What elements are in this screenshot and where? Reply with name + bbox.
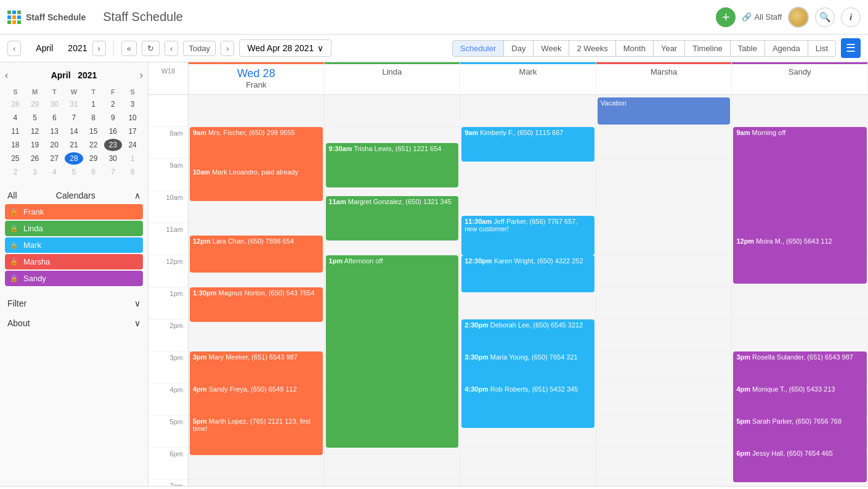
mini-cal-day[interactable]: 11 [6,125,25,138]
calendar-event[interactable]: 11am Margret Gonzalez, (650) 1321 345 [326,196,459,240]
mini-cal-day[interactable]: 16 [104,125,123,138]
refresh-button[interactable]: ↻ [142,41,160,56]
tab-table[interactable]: Table [731,41,765,56]
fast-prev-button[interactable]: « [121,41,137,56]
calendar-event[interactable]: 10am Mark Leoandro, paid already [190,166,323,201]
mini-cal-day[interactable]: 6 [45,112,63,124]
mini-cal-day[interactable]: 1 [123,152,142,165]
mini-cal-day[interactable]: 3 [123,98,142,110]
calendar-event[interactable]: 3pm Rosella Sulander, (651) 6543 987 [733,351,867,386]
tab-month[interactable]: Month [616,41,654,56]
calendar-item-linda[interactable]: 🔒 Linda [5,221,143,236]
mini-cal-next[interactable]: › [140,70,143,81]
tab-scheduler[interactable]: Scheduler [453,41,505,56]
calendar-event[interactable]: 4pm Monique T., (650) 5433 213 [733,384,867,418]
about-section-header[interactable]: About ∨ [0,312,148,332]
mini-cal-day[interactable]: 28 [65,152,83,165]
mini-cal-day[interactable]: 4 [45,166,63,178]
avatar[interactable] [788,7,809,28]
mini-cal-day[interactable]: 6 [84,166,103,178]
calendar-event[interactable]: 2:30pm Deborah Lee, (650) 6545 3212 [461,319,594,356]
mini-cal-day[interactable]: 12 [26,125,44,138]
calendar-item-mark[interactable]: 🔒 Mark [5,237,143,253]
mini-cal-day[interactable]: 3 [26,166,44,178]
tab-agenda[interactable]: Agenda [765,41,808,56]
hour-line [325,448,460,480]
mini-cal-day[interactable]: 15 [84,125,103,138]
mini-cal-day[interactable]: 5 [26,112,44,124]
calendar-item-frank[interactable]: 🔒 Frank [5,204,143,220]
mini-cal-day[interactable]: 28 [6,98,25,110]
fast-prev-week-button[interactable]: ‹ [164,41,178,56]
mini-cal-day[interactable]: 10 [123,112,142,124]
mini-cal-day[interactable]: 31 [65,98,83,110]
fast-next-week-button[interactable]: › [221,41,234,56]
tab-week[interactable]: Week [533,41,569,56]
calendar-event[interactable]: 3pm Mary Meeker, (651) 6543 987 [190,351,323,386]
mini-cal-day[interactable]: 17 [123,125,142,138]
mini-cal-day[interactable]: 29 [26,98,44,110]
mini-cal-day[interactable]: 7 [104,166,123,178]
mini-cal-day[interactable]: 14 [65,125,83,138]
calendar-event[interactable]: 6pm Jessy Hall, (650) 7654 465 [733,448,867,482]
calendar-event[interactable]: 5pm Marth Lopez, (765) 2121 123, first t… [190,416,323,455]
mini-cal-day[interactable]: 2 [104,98,123,110]
mini-cal-day[interactable]: 24 [123,139,142,151]
tab-2weeks[interactable]: 2 Weeks [569,41,615,56]
mini-cal-day[interactable]: 9 [104,112,123,124]
cal-body[interactable]: 8am9am10am11am12pm1pm2pm3pm4pm5pm6pm7pm … [148,95,868,486]
mini-cal-day[interactable]: 26 [26,152,44,165]
calendar-event[interactable]: 12:30pm Karen Wright, (650) 4322 252 [461,255,594,292]
search-button[interactable]: 🔍 [815,7,835,27]
hour-line [189,95,324,127]
next-month-button[interactable]: › [92,41,106,56]
calendar-event[interactable]: 1pm Afternoon off [326,255,459,448]
tab-day[interactable]: Day [504,41,533,56]
tab-timeline[interactable]: Timeline [685,41,731,56]
tab-year[interactable]: Year [654,41,685,56]
filter-section-header[interactable]: Filter ∨ [0,292,148,312]
mini-cal-day[interactable]: 7 [65,112,83,124]
mini-cal-day[interactable]: 19 [26,139,44,151]
calendar-event[interactable]: 9:30am Trisha Lewis, (651) 1221 654 [326,143,459,187]
calendar-event[interactable]: 12pm Moira M., (650) 5643 112 [733,236,867,284]
calendar-event[interactable]: 5pm Sarah Parker, (650) 7656 768 [733,416,867,450]
calendar-item-marsha[interactable]: 🔒 Marsha [5,254,143,269]
mini-cal-day[interactable]: 30 [45,98,63,110]
menu-button[interactable]: ☰ [841,38,861,58]
today-button[interactable]: Today [183,41,216,56]
mini-cal-day[interactable]: 22 [84,139,103,151]
mini-cal-day[interactable]: 23 [104,139,123,151]
calendar-event[interactable]: 4:30pm Rob Roberts, (651) 5432 345 [461,384,594,428]
calendar-event[interactable]: 11:30am Jeff Parker, (656) 7767 657, new… [461,216,594,255]
mini-cal-day[interactable]: 27 [45,152,63,165]
calendars-section-header[interactable]: All Calendars ∧ [0,184,148,204]
mini-cal-day[interactable]: 13 [45,125,63,138]
event-vacation[interactable]: Vacation [598,97,731,125]
info-button[interactable]: i [841,7,861,27]
prev-month-button[interactable]: ‹ [7,41,21,56]
calendar-event[interactable]: 12pm Lara Chan, (650) 7898 654 [190,236,323,273]
calendar-event[interactable]: 4pm Sandy Freya, (650) 6549 112 [190,384,323,418]
mini-cal-day[interactable]: 25 [6,152,25,165]
mini-cal-day[interactable]: 1 [84,98,103,110]
date-selector[interactable]: Wed Apr 28 2021 ∨ [239,39,331,57]
calendar-item-sandy[interactable]: 🔒 Sandy [5,271,143,286]
mini-cal-day[interactable]: 30 [104,152,123,165]
add-event-button[interactable]: + [716,7,736,27]
mini-cal-day[interactable]: 18 [6,139,25,151]
mini-cal-day[interactable]: 2 [6,166,25,178]
calendar-event[interactable]: 1:30pm Magnus Norton, (650) 543 7654 [190,287,323,322]
mini-cal-day[interactable]: 8 [84,112,103,124]
mini-cal-day[interactable]: 5 [65,166,83,178]
mini-cal-prev[interactable]: ‹ [5,70,8,81]
mini-cal-day[interactable]: 20 [45,139,63,151]
mini-cal-day[interactable]: 29 [84,152,103,165]
calendar-event[interactable]: 9am Kimberly F., (650) 1115 667 [461,127,594,162]
tab-list[interactable]: List [808,41,835,56]
all-staff-link[interactable]: 🔗 All Staff [742,12,782,22]
mini-cal-day[interactable]: 8 [123,166,142,178]
calendar-event[interactable]: 3:30pm Maria Young, (650) 7654 321 [461,351,594,388]
mini-cal-day[interactable]: 21 [65,139,83,151]
mini-cal-day[interactable]: 4 [6,112,25,124]
